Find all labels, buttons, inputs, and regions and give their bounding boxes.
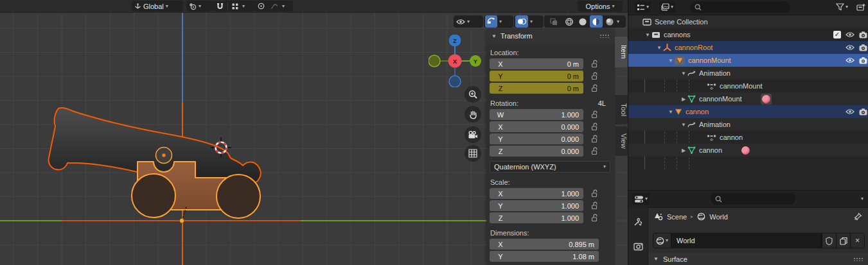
location-z-field[interactable]: Z 0 m xyxy=(490,83,583,94)
hide-eye-icon[interactable] xyxy=(846,57,855,64)
toggle-ortho-grid-button[interactable] xyxy=(465,145,481,162)
disable-render-camera-icon[interactable] xyxy=(859,57,867,64)
cannon-model[interactable] xyxy=(0,0,486,265)
lock-icon[interactable] xyxy=(591,123,598,131)
tab-view[interactable]: View xyxy=(615,126,628,156)
dimensions-y-field[interactable]: Y 1.08 m xyxy=(490,251,599,262)
falloff-curve-icon[interactable] xyxy=(269,1,280,12)
lock-icon[interactable] xyxy=(591,135,598,143)
shading-wireframe-icon[interactable] xyxy=(563,15,576,28)
tab-item[interactable]: Item xyxy=(615,37,628,67)
panel-grip-icon[interactable] xyxy=(853,257,864,261)
outliner-row-cannon-meshdata[interactable]: ▶ cannon xyxy=(628,144,868,157)
breadcrumb-world[interactable]: World xyxy=(709,213,728,221)
shading-solid-icon[interactable] xyxy=(576,15,589,28)
outliner-row-cannons[interactable]: ▼ cannons ✓ xyxy=(628,28,868,41)
overlays-toggle-icon[interactable] xyxy=(515,15,528,28)
rotation-mode-dropdown[interactable]: Quaternion (WXYZ) ▾ xyxy=(490,161,610,173)
outliner-row-animation[interactable]: ▼ Animation xyxy=(628,67,868,80)
transform-orientation-dropdown[interactable]: Global ▾ xyxy=(132,1,183,12)
dimensions-x-field[interactable]: X 0.895 m xyxy=(490,239,599,250)
unlink-datablock-button[interactable]: × xyxy=(850,234,864,248)
world-browse-dropdown[interactable]: ▾ xyxy=(653,234,671,248)
camera-view-button[interactable] xyxy=(465,126,481,143)
breadcrumb-scene[interactable]: Scene xyxy=(667,213,687,221)
expand-triangle-icon[interactable]: ▼ xyxy=(680,122,687,128)
outliner-row-cannonmount-meshdata[interactable]: ▶ cannonMount xyxy=(628,92,868,105)
tab-tool-settings[interactable] xyxy=(629,214,647,230)
outliner-row-cannonmount-object[interactable]: ▼ cannonMount xyxy=(628,54,868,67)
shading-rendered-icon[interactable] xyxy=(603,15,616,28)
expand-triangle-icon[interactable]: ▼ xyxy=(655,45,663,51)
rotation-x-field[interactable]: X 0.000 xyxy=(490,121,583,132)
hide-eye-icon[interactable] xyxy=(846,108,855,115)
proportional-editing-icon[interactable] xyxy=(256,1,267,12)
outliner-row-scene-collection[interactable]: Scene Collection xyxy=(628,15,868,28)
chevron-down-icon[interactable]: ▾ xyxy=(861,196,864,201)
outliner-row-cannon-object[interactable]: ▼ cannon xyxy=(628,105,868,118)
material-sphere-icon[interactable] xyxy=(741,146,750,155)
options-dropdown[interactable]: Options ▾ xyxy=(578,1,623,12)
rotation-w-field[interactable]: W 1.000 xyxy=(490,109,583,120)
navigation-gizmo[interactable]: Z Y X xyxy=(429,35,481,87)
properties-search-input[interactable] xyxy=(711,193,795,205)
transform-panel-header[interactable]: ▼ Transform xyxy=(486,29,615,43)
lock-icon[interactable] xyxy=(591,72,598,80)
shading-material-icon[interactable] xyxy=(590,15,603,28)
tab-output[interactable] xyxy=(629,261,647,265)
zoom-button[interactable] xyxy=(465,86,481,103)
lock-icon[interactable] xyxy=(591,147,598,155)
editor-type-dropdown[interactable]: ▾ xyxy=(632,193,650,205)
disable-render-camera-icon[interactable] xyxy=(859,44,867,51)
fake-user-shield-button[interactable] xyxy=(822,234,836,248)
outliner-row-cannonroot[interactable]: ▼ cannonRoot xyxy=(628,41,868,54)
location-x-field[interactable]: X 0 m xyxy=(490,58,583,69)
expand-triangle-icon[interactable]: ▼ xyxy=(644,32,651,38)
new-collection-button[interactable] xyxy=(855,1,867,13)
outliner-search-input[interactable] xyxy=(690,1,790,13)
rotation-y-field[interactable]: Y 0.000 xyxy=(490,133,583,144)
xray-toggle[interactable] xyxy=(544,15,563,28)
outliner-row-cannon-action[interactable]: cannon xyxy=(628,131,868,144)
tab-tool[interactable]: Tool xyxy=(615,95,628,124)
pan-hand-button[interactable] xyxy=(465,106,481,123)
disable-render-camera-icon[interactable] xyxy=(859,108,867,115)
expand-triangle-icon[interactable]: ▶ xyxy=(680,148,687,153)
lock-icon[interactable] xyxy=(591,60,598,68)
gizmos-toggle-icon[interactable] xyxy=(485,15,497,28)
show-hide-dropdown[interactable]: ▾ xyxy=(454,15,483,28)
collection-checkbox[interactable]: ✓ xyxy=(833,31,841,38)
outliner-row-animation[interactable]: ▼ Animation xyxy=(628,118,868,131)
pivot-point-dropdown[interactable]: ▾ xyxy=(186,1,212,12)
viewport-3d[interactable]: Global ▾ ▾ ▾ ▾ xyxy=(0,0,628,265)
rotation-z-field[interactable]: Z 0.000 xyxy=(490,146,583,157)
outliner-display-mode-dropdown[interactable]: ▾ xyxy=(635,1,651,13)
snap-with-icon[interactable] xyxy=(230,1,240,12)
location-y-field[interactable]: Y 0 m xyxy=(490,71,583,81)
expand-triangle-icon[interactable]: ▼ xyxy=(680,71,687,76)
hide-eye-icon[interactable] xyxy=(846,31,855,38)
outliner-row-cannonmount-action[interactable]: cannonMount xyxy=(628,80,868,92)
lock-icon[interactable] xyxy=(591,201,598,210)
expand-triangle-icon[interactable]: ▼ xyxy=(667,58,675,64)
pin-icon[interactable] xyxy=(854,212,862,221)
expand-triangle-icon[interactable]: ▼ xyxy=(667,109,675,115)
lock-icon[interactable] xyxy=(591,84,598,92)
lock-icon[interactable] xyxy=(591,214,598,222)
lock-icon[interactable] xyxy=(591,110,598,119)
duplicate-datablock-button[interactable] xyxy=(836,234,850,248)
scale-z-field[interactable]: Z 1.000 xyxy=(490,212,583,223)
lock-icon[interactable] xyxy=(591,189,598,198)
scale-y-field[interactable]: Y 1.000 xyxy=(490,200,583,211)
hide-eye-icon[interactable] xyxy=(846,44,855,51)
disable-render-camera-icon[interactable] xyxy=(859,31,867,38)
snap-toggle-magnet-icon[interactable] xyxy=(215,1,226,12)
tab-render[interactable] xyxy=(629,238,647,255)
expand-triangle-icon[interactable]: ▶ xyxy=(680,96,687,102)
surface-panel-header[interactable]: ▼ Surface xyxy=(648,252,868,265)
world-name-input[interactable]: World xyxy=(671,234,822,248)
outliner-filter-images-dropdown[interactable]: ▾ xyxy=(659,1,675,13)
material-slot[interactable] xyxy=(760,93,772,105)
panel-grip-icon[interactable] xyxy=(599,34,610,38)
scale-x-field[interactable]: X 1.000 xyxy=(490,188,583,199)
